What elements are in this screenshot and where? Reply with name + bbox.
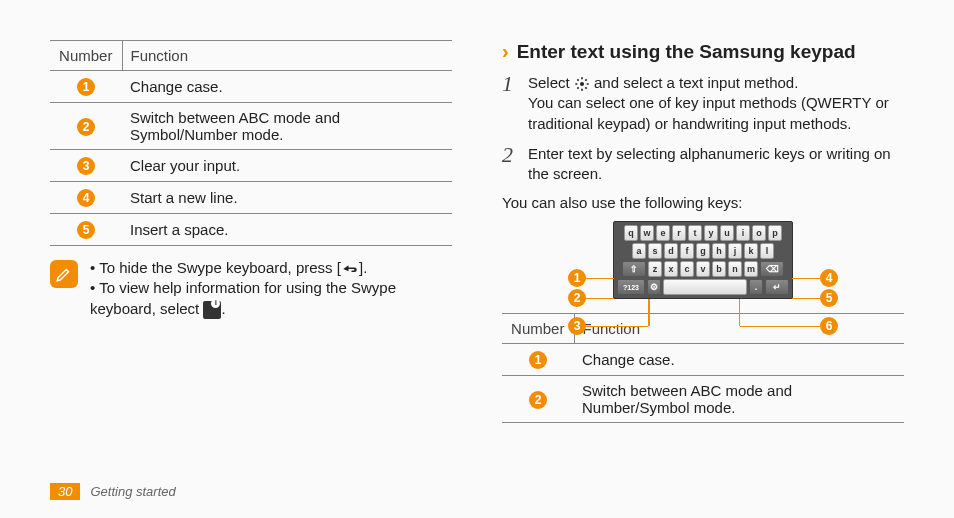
back-icon [341, 262, 359, 276]
table-row: 4 Start a new line. [50, 182, 452, 214]
key-z: z [648, 261, 662, 277]
key-h: h [712, 243, 726, 259]
right-column: › Enter text using the Samsung keypad 1 … [502, 40, 904, 478]
key-l: l [760, 243, 774, 259]
step-number: 1 [502, 73, 518, 134]
callout-badge: 6 [820, 317, 838, 335]
key-j: j [728, 243, 742, 259]
table-row: 3 Clear your input. [50, 150, 452, 182]
key-e: e [656, 225, 670, 241]
key-t: t [688, 225, 702, 241]
key-n: n [728, 261, 742, 277]
key-backspace: ⌫ [760, 261, 784, 277]
callout-5: 5 [792, 289, 838, 307]
key-d: d [664, 243, 678, 259]
key-x: x [664, 261, 678, 277]
step-2: 2 Enter text by selecting alphanumeric k… [502, 144, 904, 185]
table-row: 5 Insert a space. [50, 214, 452, 246]
key-o: o [752, 225, 766, 241]
table-row: 1 Change case. [50, 71, 452, 103]
key-q: q [624, 225, 638, 241]
callout-2: 2 [568, 289, 614, 307]
fn-cell: Switch between ABC mode and Symbol/Numbe… [122, 103, 452, 150]
note-text: ]. [359, 259, 367, 276]
page-footer: 30 Getting started [50, 483, 176, 500]
keyboard-illustration: q w e r t y u i o p a s d f g h j k l [568, 221, 838, 299]
num-badge-2: 2 [77, 118, 95, 136]
key-u: u [720, 225, 734, 241]
key-v: v [696, 261, 710, 277]
key-b: b [712, 261, 726, 277]
key-r: r [672, 225, 686, 241]
text: and select a text input method. [590, 74, 798, 91]
callout-vline-6 [739, 299, 741, 326]
gear-icon [574, 76, 590, 92]
th-number: Number [50, 41, 122, 71]
th-number: Number [502, 314, 574, 344]
num-badge-3: 3 [77, 157, 95, 175]
note-text: . [221, 300, 225, 317]
step-1-line-b: You can select one of key input methods … [528, 93, 904, 134]
key-y: y [704, 225, 718, 241]
key-mode: ?123 [617, 279, 645, 295]
fn-cell: Switch between ABC mode and Number/Symbo… [574, 376, 904, 423]
note-text: To hide the Swype keyboard, press [ [99, 259, 341, 276]
key-i: i [736, 225, 750, 241]
callout-badge: 3 [568, 317, 586, 335]
fn-cell: Start a new line. [122, 182, 452, 214]
note-text: To view help information for using the S… [90, 279, 396, 316]
page-number: 30 [50, 483, 80, 500]
key-s: s [648, 243, 662, 259]
th-function: Function [122, 41, 452, 71]
callout-vline-3 [648, 299, 650, 326]
text: Select [528, 74, 574, 91]
fn-cell: Change case. [122, 71, 452, 103]
key-w: w [640, 225, 654, 241]
right-function-table: Number Function 1 Change case. 2 Switch … [502, 313, 904, 423]
key-a: a [632, 243, 646, 259]
key-shift: ⇧ [622, 261, 646, 277]
svg-point-0 [580, 82, 584, 86]
key-space [663, 279, 747, 295]
fn-cell: Clear your input. [122, 150, 452, 182]
fn-cell: Change case. [574, 344, 904, 376]
table-row: 2 Switch between ABC mode and Symbol/Num… [50, 103, 452, 150]
section-name: Getting started [90, 484, 175, 499]
table-row: 1 Change case. [502, 344, 904, 376]
callout-6: 6 [740, 317, 838, 335]
callout-badge: 2 [568, 289, 586, 307]
step-number: 2 [502, 144, 518, 185]
callout-3: 3 [568, 317, 648, 335]
key-c: c [680, 261, 694, 277]
key-settings: ⚙ [647, 279, 661, 295]
left-column: Number Function 1 Change case. 2 Switch … [50, 40, 452, 478]
key-p: p [768, 225, 782, 241]
note-icon [50, 260, 78, 288]
callout-4: 4 [792, 269, 838, 287]
note-item-1: To hide the Swype keyboard, press []. [90, 258, 452, 278]
callout-badge: 1 [568, 269, 586, 287]
table-row: 2 Switch between ABC mode and Number/Sym… [502, 376, 904, 423]
key-period: . [749, 279, 763, 295]
swype-help-icon [203, 301, 221, 319]
num-badge-2: 2 [529, 391, 547, 409]
step-1-line-a: Select and select a text input method. [528, 73, 904, 93]
chevron-right-icon: › [502, 40, 509, 63]
num-badge-5: 5 [77, 221, 95, 239]
section-heading: › Enter text using the Samsung keypad [502, 40, 904, 63]
key-g: g [696, 243, 710, 259]
num-badge-4: 4 [77, 189, 95, 207]
left-function-table: Number Function 1 Change case. 2 Switch … [50, 40, 452, 246]
keyboard-body: q w e r t y u i o p a s d f g h j k l [613, 221, 793, 299]
note-item-2: To view help information for using the S… [90, 278, 452, 319]
note-box: To hide the Swype keyboard, press []. To… [50, 258, 452, 319]
key-f: f [680, 243, 694, 259]
fn-cell: Insert a space. [122, 214, 452, 246]
callout-badge: 4 [820, 269, 838, 287]
num-badge-1: 1 [77, 78, 95, 96]
callout-badge: 5 [820, 289, 838, 307]
num-badge-1: 1 [529, 351, 547, 369]
heading-text: Enter text using the Samsung keypad [517, 41, 856, 63]
key-m: m [744, 261, 758, 277]
following-keys-para: You can also use the following keys: [502, 194, 904, 211]
